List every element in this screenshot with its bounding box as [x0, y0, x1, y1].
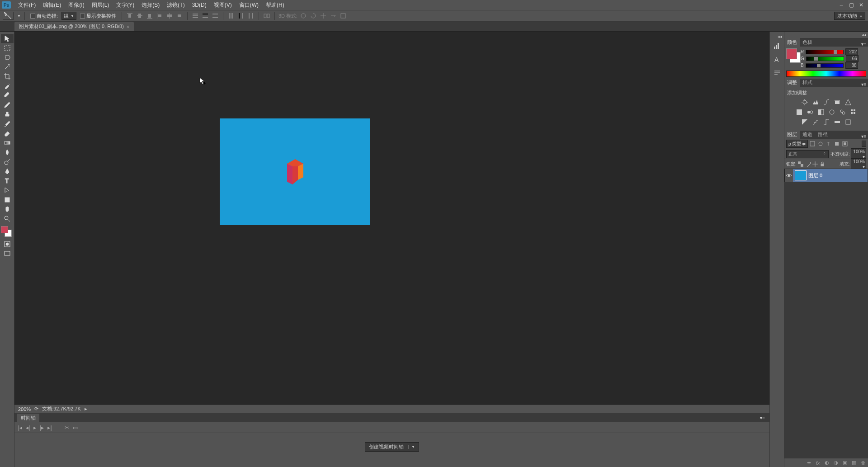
color-panel-menu-icon[interactable]: ▾≡	[859, 42, 868, 47]
align-vcenter-icon[interactable]	[136, 12, 144, 20]
align-top-icon[interactable]	[126, 12, 134, 20]
3d-pan-icon[interactable]	[319, 12, 327, 20]
color-balance-adjust-icon[interactable]	[806, 108, 814, 116]
selective-color-adjust-icon[interactable]	[844, 118, 852, 126]
document-tab[interactable]: 图片素材03_副本.png @ 200% (图层 0, RGB/8) ×	[14, 22, 134, 31]
menu-type[interactable]: 文字(Y)	[113, 0, 138, 10]
tab-adjustments[interactable]: 调整	[784, 78, 800, 87]
lasso-tool[interactable]	[1, 53, 14, 62]
tab-channels[interactable]: 通道	[800, 130, 815, 139]
align-left-icon[interactable]	[156, 12, 164, 20]
workspace-selector[interactable]: 基本功能 ≡	[834, 12, 865, 20]
3d-scale-icon[interactable]	[339, 12, 347, 20]
timeline-last-frame-icon[interactable]: ▸|	[47, 425, 52, 431]
tab-close-icon[interactable]: ×	[127, 24, 129, 29]
threshold-adjust-icon[interactable]	[822, 118, 830, 126]
new-fill-adjust-icon[interactable]: ◑	[833, 460, 839, 466]
3d-slide-icon[interactable]	[329, 12, 337, 20]
b-slider[interactable]	[806, 63, 844, 68]
new-layer-icon[interactable]: ▦	[851, 460, 857, 466]
exposure-adjust-icon[interactable]	[833, 98, 841, 106]
r-value[interactable]: 202	[845, 48, 858, 55]
create-timeline-button[interactable]: 创建视频时间轴 ▼	[365, 442, 419, 452]
stamp-tool[interactable]	[1, 110, 14, 119]
timeline-tab[interactable]: 时间轴	[17, 414, 39, 422]
document-canvas[interactable]	[220, 118, 370, 225]
foreground-color[interactable]	[1, 226, 8, 233]
hand-tool[interactable]	[1, 205, 14, 214]
timeline-cut-icon[interactable]: ✂	[65, 425, 69, 431]
wand-tool[interactable]	[1, 62, 14, 71]
blend-mode-dropdown[interactable]: 正常≑	[786, 150, 829, 158]
b-value[interactable]: 88	[845, 62, 858, 69]
tab-layers[interactable]: 图层	[784, 130, 800, 139]
filter-smart-icon[interactable]	[841, 140, 849, 147]
menu-edit[interactable]: 编辑(E)	[39, 0, 65, 10]
tool-preset-picker[interactable]	[3, 12, 14, 20]
timeline-first-frame-icon[interactable]: |◂	[18, 425, 22, 431]
invert-adjust-icon[interactable]	[801, 118, 809, 126]
maximize-button[interactable]: ▢	[846, 1, 856, 9]
channel-mixer-adjust-icon[interactable]	[839, 108, 847, 116]
curves-adjust-icon[interactable]	[822, 98, 830, 106]
filter-shape-icon[interactable]	[833, 140, 840, 147]
eyedropper-tool[interactable]	[1, 81, 14, 90]
distribute-hcenter-icon[interactable]	[237, 12, 245, 20]
link-layers-icon[interactable]: ⬌	[806, 460, 812, 466]
distribute-top-icon[interactable]	[191, 12, 199, 20]
align-hcenter-icon[interactable]	[165, 12, 174, 20]
menu-3d[interactable]: 3D(D)	[189, 1, 210, 9]
fill-value[interactable]: 100% ▾	[851, 158, 866, 170]
shape-tool[interactable]	[1, 195, 14, 204]
move-tool[interactable]	[1, 34, 14, 43]
pen-tool[interactable]	[1, 167, 14, 176]
levels-adjust-icon[interactable]	[811, 98, 820, 106]
tab-styles[interactable]: 样式	[800, 78, 815, 87]
filter-type-icon[interactable]: T	[825, 140, 832, 147]
close-button[interactable]: ✕	[856, 1, 866, 9]
lock-position-icon[interactable]	[812, 161, 818, 167]
lock-image-icon[interactable]	[805, 161, 811, 167]
hue-sat-adjust-icon[interactable]	[795, 108, 803, 116]
brush-tool[interactable]	[1, 100, 14, 109]
minimize-button[interactable]: –	[836, 1, 846, 9]
layer-name[interactable]: 图层 0	[808, 172, 822, 179]
layer-visibility-icon[interactable]	[785, 169, 793, 182]
gradient-map-adjust-icon[interactable]	[833, 118, 841, 126]
filter-pixel-icon[interactable]	[809, 140, 816, 147]
timeline-panel-menu-icon[interactable]: ▾≡	[758, 415, 767, 420]
posterize-adjust-icon[interactable]	[811, 118, 820, 126]
r-slider[interactable]	[806, 50, 844, 54]
paragraph-panel-icon[interactable]	[771, 67, 783, 80]
color-fg-swatch[interactable]	[786, 48, 797, 59]
tab-color[interactable]: 颜色	[784, 38, 800, 47]
menu-image[interactable]: 图像(I)	[65, 0, 88, 10]
histogram-panel-icon[interactable]	[771, 40, 783, 52]
create-timeline-dropdown-icon[interactable]: ▼	[408, 445, 415, 449]
layer-filter-kind-dropdown[interactable]: ρ类型≑	[786, 140, 808, 148]
canvas-viewport[interactable]	[14, 32, 769, 405]
vibrance-adjust-icon[interactable]	[844, 98, 852, 106]
tab-paths[interactable]: 路径	[815, 130, 830, 139]
screenmode-tool[interactable]	[1, 249, 14, 258]
zoom-tool[interactable]	[1, 214, 14, 223]
hue-strip[interactable]	[786, 71, 866, 77]
expand-panels-icon[interactable]: ◂◂	[770, 34, 784, 39]
auto-align-icon[interactable]	[263, 12, 271, 20]
marquee-tool[interactable]	[1, 43, 14, 52]
g-slider[interactable]	[806, 57, 844, 61]
new-group-icon[interactable]: ▣	[842, 460, 848, 466]
menu-view[interactable]: 视图(V)	[210, 0, 236, 10]
filter-toggle[interactable]	[862, 141, 866, 147]
3d-roll-icon[interactable]	[309, 12, 317, 20]
layer-item[interactable]: 图层 0	[784, 169, 868, 182]
character-panel-icon[interactable]: A	[771, 53, 783, 66]
layer-fx-icon[interactable]: fx	[815, 460, 821, 466]
distribute-bottom-icon[interactable]	[211, 12, 219, 20]
gradient-tool[interactable]	[1, 138, 14, 147]
zoom-value[interactable]: 200%	[18, 406, 31, 412]
timeline-transition-icon[interactable]: ▭	[73, 425, 78, 431]
3d-orbit-icon[interactable]	[299, 12, 307, 20]
adjust-panel-menu-icon[interactable]: ▾≡	[859, 82, 868, 87]
eraser-tool[interactable]	[1, 129, 14, 138]
